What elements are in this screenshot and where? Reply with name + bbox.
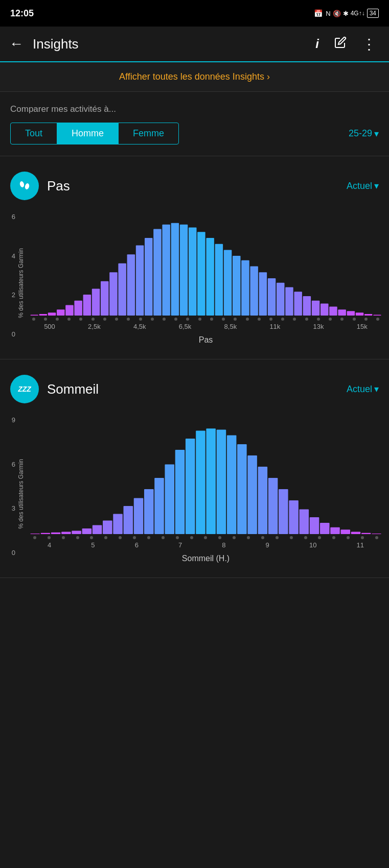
banner-text[interactable]: Afficher toutes les données Insights ›	[119, 71, 270, 82]
svg-rect-37	[338, 309, 346, 316]
pas-chart-area: 500 2,5k 4,5k 6,5k 8,5k 11k 13k 15k Pas	[28, 213, 384, 353]
pas-filter-label: Actuel	[347, 181, 372, 191]
svg-rect-70	[320, 523, 330, 534]
chart-dot	[281, 318, 284, 321]
svg-rect-55	[165, 465, 174, 534]
chart-dot	[198, 318, 201, 321]
chart-dot	[261, 536, 264, 539]
sommeil-header: ZZZ Sommeil Actuel ▾	[0, 375, 389, 403]
chart-dot	[176, 536, 179, 539]
more-button[interactable]: ⋮	[359, 33, 380, 56]
svg-rect-2	[30, 315, 38, 316]
svg-rect-32	[294, 292, 302, 316]
svg-rect-5	[57, 309, 65, 316]
chart-dot	[364, 318, 368, 321]
chart-dot	[62, 536, 65, 539]
pas-icon	[10, 172, 39, 200]
pas-filter-dropdown[interactable]: Actuel ▾	[347, 180, 379, 191]
pas-title: Pas	[47, 178, 347, 194]
filter-tab-femme[interactable]: Femme	[119, 123, 178, 144]
nfc-icon: N	[326, 10, 330, 17]
svg-rect-6	[65, 305, 74, 316]
divider-mid	[0, 359, 389, 359]
pas-y-label-4: 4	[5, 253, 15, 259]
svg-rect-28	[259, 272, 267, 316]
lte-icon: 4G↑↓	[351, 10, 365, 17]
svg-rect-36	[329, 307, 337, 316]
status-bar: 12:05 📅 N 🔇 ✱ 4G↑↓ 34	[0, 0, 389, 27]
svg-rect-40	[364, 314, 373, 316]
svg-rect-50	[113, 514, 123, 534]
svg-rect-65	[268, 478, 278, 534]
chart-dot	[133, 536, 136, 539]
svg-rect-63	[247, 455, 257, 534]
svg-rect-12	[118, 263, 126, 316]
chart-dot	[147, 536, 150, 539]
svg-rect-72	[340, 529, 350, 534]
back-button[interactable]: ←	[9, 36, 24, 52]
chart-dot	[33, 536, 36, 539]
svg-rect-52	[134, 498, 144, 534]
svg-rect-17	[162, 225, 170, 316]
edit-button[interactable]	[331, 33, 350, 55]
chart-dot	[329, 318, 332, 321]
svg-rect-29	[268, 278, 276, 316]
chart-dot	[347, 536, 350, 539]
pas-chart-svg	[28, 213, 384, 316]
svg-rect-61	[227, 435, 237, 534]
status-icons: 📅 N 🔇 ✱ 4G↑↓ 34	[314, 9, 379, 18]
chart-dot	[218, 536, 221, 539]
svg-rect-44	[51, 533, 61, 534]
sommeil-y-axis-label: % des utilisateurs Garmin	[17, 459, 25, 529]
svg-rect-34	[312, 301, 320, 316]
svg-rect-15	[145, 238, 153, 316]
sommeil-chart-area: 4 5 6 7 8 9 10 11 Sommeil (H.)	[28, 417, 384, 571]
sommeil-y-label-6: 6	[5, 461, 15, 468]
battery-icon: 34	[367, 9, 379, 18]
chart-dot	[190, 536, 193, 539]
svg-rect-8	[83, 295, 91, 316]
sommeil-dots-row	[28, 534, 384, 540]
pas-y-axis-label: % des utilisateurs Garmin	[17, 248, 25, 318]
chart-dot	[234, 318, 237, 321]
status-time: 12:05	[10, 8, 34, 19]
svg-rect-66	[279, 489, 288, 534]
svg-rect-27	[250, 267, 258, 316]
filter-tab-tout[interactable]: Tout	[11, 123, 57, 144]
info-button[interactable]: i	[312, 34, 322, 54]
svg-rect-68	[300, 510, 309, 534]
pas-x-title: Pas	[28, 332, 384, 353]
svg-rect-26	[241, 260, 249, 316]
chart-dot	[361, 536, 364, 539]
divider-bottom	[0, 577, 389, 578]
sommeil-x-title: Sommeil (H.)	[28, 551, 384, 571]
svg-rect-13	[127, 254, 135, 316]
sommeil-filter-dropdown[interactable]: Actuel ▾	[347, 383, 379, 395]
svg-rect-51	[124, 506, 133, 534]
svg-point-0	[19, 181, 25, 188]
chart-dot	[304, 536, 307, 539]
svg-rect-10	[101, 281, 109, 316]
svg-rect-33	[303, 296, 311, 316]
chart-dot	[293, 318, 296, 321]
chart-dot	[104, 536, 107, 539]
age-dropdown[interactable]: 25-29 ▾	[349, 128, 379, 139]
svg-rect-4	[48, 312, 56, 316]
svg-rect-7	[74, 301, 82, 316]
sommeil-y-label-0: 0	[5, 549, 15, 556]
svg-rect-21	[197, 232, 205, 316]
chart-dot	[162, 536, 165, 539]
chart-dot	[305, 318, 308, 321]
svg-rect-35	[321, 304, 329, 316]
filter-tab-homme[interactable]: Homme	[57, 123, 119, 144]
metric-section-sommeil: ZZZ Sommeil Actuel ▾ 9 6 3 0 % des utili…	[0, 366, 389, 571]
svg-rect-41	[373, 315, 381, 316]
svg-rect-39	[356, 312, 364, 316]
svg-rect-23	[215, 244, 223, 316]
chart-dot	[258, 318, 261, 321]
svg-rect-49	[103, 521, 112, 534]
pas-y-label-2: 2	[5, 292, 15, 298]
insights-banner[interactable]: Afficher toutes les données Insights ›	[0, 62, 389, 92]
filter-row: Tout Homme Femme 25-29 ▾	[10, 123, 379, 144]
svg-rect-71	[330, 527, 340, 534]
